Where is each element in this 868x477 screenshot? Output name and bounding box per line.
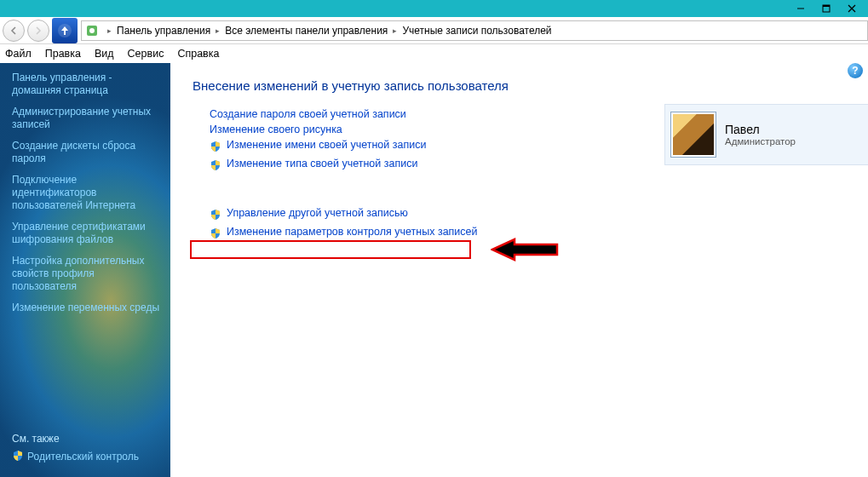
back-button[interactable] [3,20,25,42]
svg-point-7 [89,28,95,33]
account-role: Администратор [725,136,796,147]
shield-icon [210,141,221,152]
task-change-type[interactable]: Изменение типа своей учетной записи [227,158,417,170]
menu-help[interactable]: Справка [177,48,219,60]
task-uac-settings[interactable]: Изменение параметров контроля учетных за… [227,226,478,238]
help-icon[interactable]: ? [848,63,863,78]
address-bar: ▸ Панель управления ▸ Все элементы панел… [0,17,868,44]
breadcrumb-level1[interactable]: Панель управления [117,25,210,37]
main-content: ? Внесение изменений в учетную запись по… [170,63,868,477]
sidebar-item-certificates[interactable]: Управление сертификатами шифрования файл… [12,221,162,246]
menu-bar: Файл Правка Вид Сервис Справка [0,44,868,63]
account-name: Павел [725,123,796,136]
menu-tools[interactable]: Сервис [128,48,164,60]
account-tile[interactable]: Павел Администратор [664,104,868,165]
maximize-button[interactable] [813,0,839,17]
annotation-arrow-icon [491,237,559,262]
svg-marker-8 [492,239,557,260]
close-button[interactable] [839,0,865,17]
up-button[interactable] [52,18,78,43]
breadcrumb[interactable]: ▸ Панель управления ▸ Все элементы панел… [81,20,868,41]
shield-icon [12,450,24,462]
forward-button[interactable] [27,20,49,42]
control-panel-icon [85,24,99,37]
sidebar-item-reset-disk[interactable]: Создание дискеты сброса пароля [12,140,162,165]
sidebar-item-home[interactable]: Панель управления - домашняя страница [12,72,162,97]
shield-icon [210,159,221,171]
avatar [670,112,716,158]
task-change-name[interactable]: Изменение имени своей учетной записи [227,139,426,151]
sidebar-item-admin-accounts[interactable]: Администрирование учетных записей [12,106,162,131]
window-titlebar [0,0,868,17]
sidebar-item-parental[interactable]: Родительский контроль [12,450,162,463]
sidebar: Панель управления - домашняя страница Ад… [0,63,170,477]
menu-view[interactable]: Вид [95,48,114,60]
menu-file[interactable]: Файл [5,48,32,60]
chevron-right-icon: ▸ [393,26,397,35]
chevron-right-icon: ▸ [107,26,112,35]
shield-icon [210,209,221,221]
task-create-password[interactable]: Создание пароля своей учетной записи [210,108,478,120]
breadcrumb-level3[interactable]: Учетные записи пользователей [402,25,551,37]
shield-icon [210,227,221,239]
breadcrumb-level2[interactable]: Все элементы панели управления [225,25,388,37]
sidebar-item-advanced-profile[interactable]: Настройка дополнительных свойств профиля… [12,255,162,293]
svg-rect-2 [823,5,830,7]
minimize-button[interactable] [788,0,813,17]
sidebar-item-online-ids[interactable]: Подключение идентификаторов пользователе… [12,174,162,212]
menu-edit[interactable]: Правка [45,48,81,60]
chevron-right-icon: ▸ [216,26,220,35]
see-also-label: См. также [12,433,162,445]
task-manage-other[interactable]: Управление другой учетной записью [227,207,408,219]
task-change-picture[interactable]: Изменение своего рисунка [210,124,478,135]
sidebar-item-env-vars[interactable]: Изменение переменных среды [12,302,162,314]
page-heading: Внесение изменений в учетную запись поль… [193,78,853,93]
